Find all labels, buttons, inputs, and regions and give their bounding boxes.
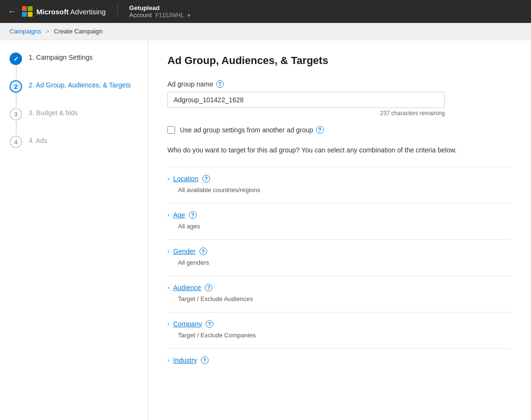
step-item-2: 2 2. Ad Group, Audiences, & Targets: [10, 79, 138, 93]
company-description: Target / Exclude Companies: [167, 332, 512, 339]
ad-group-name-help-icon[interactable]: ?: [216, 80, 224, 88]
back-button[interactable]: ←: [8, 7, 16, 17]
breadcrumb: Campaigns > Create Campaign: [0, 23, 531, 40]
company-title: Company: [173, 320, 202, 328]
location-section: › Location ? All available countries/reg…: [167, 167, 512, 203]
breadcrumb-parent-link[interactable]: Campaigns: [10, 28, 41, 35]
use-settings-help-icon[interactable]: ?: [316, 126, 324, 134]
location-chevron-icon: ›: [167, 175, 169, 182]
gender-chevron-icon: ›: [167, 248, 169, 255]
audience-help-icon[interactable]: ?: [205, 284, 212, 291]
gender-title: Gender: [173, 248, 196, 255]
sidebar: ✓ 1. Campaign Settings 2 2. Ad Group, Au…: [0, 40, 148, 420]
location-description: All available countries/regions: [167, 186, 512, 194]
age-section: › Age ? All ages: [167, 203, 512, 239]
account-chevron-icon[interactable]: ▾: [188, 12, 190, 18]
gender-expand-header[interactable]: › Gender ?: [167, 248, 512, 255]
location-title: Location: [173, 175, 199, 183]
step-2-label: 2. Ad Group, Audiences, & Targets: [29, 79, 131, 89]
company-chevron-icon: ›: [167, 321, 169, 327]
location-expand-header[interactable]: › Location ?: [167, 175, 512, 183]
step-item-1: ✓ 1. Campaign Settings: [10, 52, 138, 65]
target-description: Who do you want to target for this ad gr…: [167, 145, 512, 155]
step-1-label: 1. Campaign Settings: [29, 52, 93, 61]
location-help-icon[interactable]: ?: [202, 175, 210, 183]
step-4-circle: 4: [10, 136, 22, 148]
audience-section: › Audience ? Target / Exclude Audiences: [167, 276, 512, 312]
account-id: F110JWHL: [155, 12, 186, 19]
audience-title: Audience: [173, 284, 201, 291]
industry-section: › Industry ?: [167, 348, 512, 372]
gender-description: All genders: [167, 259, 512, 266]
ad-group-name-field: Ad group name ? 237 characters remaining: [167, 80, 512, 117]
industry-expand-header[interactable]: › Industry ?: [167, 356, 512, 364]
use-settings-label: Use ad group settings from another ad gr…: [180, 126, 324, 134]
main-content: Ad Group, Audiences, & Targets Ad group …: [148, 40, 531, 420]
use-settings-row: Use ad group settings from another ad gr…: [167, 126, 512, 134]
brand-name: Microsoft Advertising: [36, 8, 106, 16]
age-title: Age: [173, 211, 185, 219]
step-3-circle: 3: [10, 108, 22, 120]
gender-help-icon[interactable]: ?: [199, 248, 207, 255]
age-help-icon[interactable]: ?: [189, 211, 197, 219]
step-4-label: 4. Ads: [29, 135, 47, 144]
app-name: Getuplead: [129, 4, 160, 11]
step-connector-3-4: [16, 120, 17, 135]
step-3-label: 3. Budget & bids: [29, 107, 78, 117]
industry-title: Industry: [173, 356, 197, 364]
char-remaining: 237 characters remaining: [167, 110, 445, 117]
microsoft-logo: Microsoft Advertising: [22, 6, 106, 17]
age-expand-header[interactable]: › Age ?: [167, 211, 512, 219]
main-layout: ✓ 1. Campaign Settings 2 2. Ad Group, Au…: [0, 40, 531, 420]
step-item-3: 3 3. Budget & bids: [10, 107, 138, 120]
ms-grid-icon: [22, 6, 33, 17]
account-label: Account: [129, 11, 152, 19]
company-section: › Company ? Target / Exclude Companies: [167, 312, 512, 348]
page-title: Ad Group, Audiences, & Targets: [167, 54, 512, 67]
company-expand-header[interactable]: › Company ?: [167, 320, 512, 328]
breadcrumb-separator: >: [45, 28, 49, 35]
step-connector-2-3: [16, 93, 17, 107]
account-info: Getuplead Account F110JWHL ▾: [129, 4, 190, 19]
company-help-icon[interactable]: ?: [206, 320, 213, 328]
step-item-4: 4 4. Ads: [10, 135, 138, 148]
step-1-circle: ✓: [10, 53, 22, 65]
step-2-circle: 2: [10, 80, 22, 93]
gender-section: › Gender ? All genders: [167, 239, 512, 276]
step-connector-1-2: [16, 65, 17, 79]
industry-chevron-icon: ›: [167, 357, 169, 364]
breadcrumb-current: Create Campaign: [54, 28, 103, 35]
audience-description: Target / Exclude Audiences: [167, 295, 512, 302]
back-arrow-icon: ←: [8, 7, 16, 17]
age-chevron-icon: ›: [167, 212, 169, 218]
top-navigation: ← Microsoft Advertising Getuplead Accoun…: [0, 0, 531, 23]
audience-expand-header[interactable]: › Audience ?: [167, 284, 512, 291]
ad-group-name-label: Ad group name ?: [167, 80, 512, 88]
industry-help-icon[interactable]: ?: [201, 356, 209, 364]
use-settings-checkbox[interactable]: [167, 126, 175, 134]
ad-group-name-input[interactable]: [167, 92, 445, 108]
audience-chevron-icon: ›: [167, 284, 169, 291]
nav-divider: [117, 4, 118, 19]
age-description: All ages: [167, 223, 512, 230]
